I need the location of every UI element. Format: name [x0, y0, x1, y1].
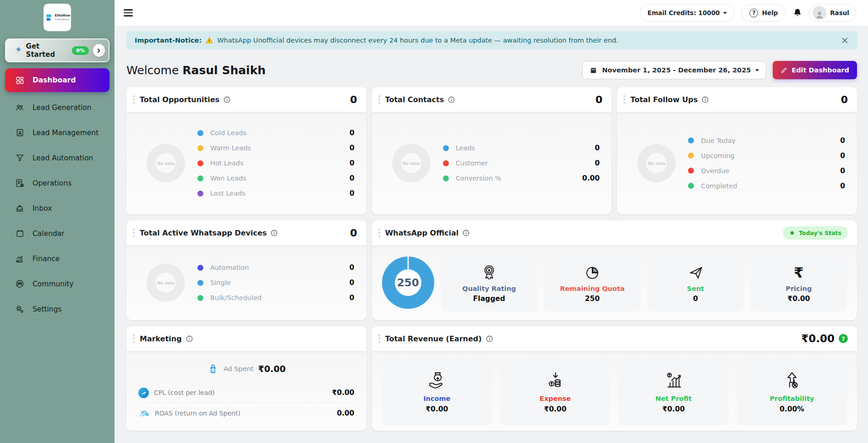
sidebar: Eliteflow Innovations Get Started 0% Das…: [0, 0, 115, 443]
brand-logo[interactable]: Eliteflow Innovations: [44, 4, 71, 31]
legend-item: Conversion %0.00: [443, 171, 600, 186]
sidebar-item-operations[interactable]: Operations: [5, 170, 109, 196]
no-data-label: No data: [156, 153, 176, 173]
drag-handle[interactable]: [133, 95, 135, 104]
stat-value: 250: [585, 295, 600, 303]
drag-handle[interactable]: [378, 229, 380, 237]
sidebar-item-settings[interactable]: Settings: [5, 296, 109, 322]
quota-value: 250: [395, 269, 421, 296]
legend-item: Due Today0: [688, 133, 845, 148]
clipboard-gear-icon: [15, 178, 25, 188]
legend-label: Single: [210, 279, 231, 286]
sidebar-item-label: Lead Automation: [33, 154, 93, 162]
legend-value: 0: [840, 137, 845, 145]
drag-handle[interactable]: [378, 95, 380, 104]
info-icon[interactable]: [486, 335, 493, 342]
sidebar-item-lead-generation[interactable]: Lead Generation: [5, 95, 109, 120]
stat-label: Pricing: [786, 285, 812, 292]
card-marketing: Marketing $ Ad Spent ₹0.00 CPL (cost per…: [126, 326, 366, 431]
drag-handle[interactable]: [133, 334, 135, 343]
legend-dot: [688, 153, 694, 159]
drag-handle[interactable]: [378, 334, 380, 343]
legend-item: Bulk/Scheduled0: [197, 290, 355, 306]
stat-pricing: ₹ Pricing ₹0.00: [751, 254, 847, 312]
info-icon[interactable]: [448, 96, 455, 103]
notice-message: WhatsApp Unofficial devices may disconne…: [217, 37, 618, 44]
edit-dashboard-button[interactable]: Edit Dashboard: [773, 61, 857, 79]
legend-value: 0: [840, 152, 845, 160]
legend-value: 0: [349, 279, 355, 287]
stat-value: Flagged: [473, 295, 505, 303]
tile-value: ₹0.00: [544, 405, 567, 413]
card-title: Total Follow Ups: [630, 95, 698, 104]
legend-value: 0: [349, 174, 355, 182]
svg-text:$: $: [212, 368, 214, 372]
legend-value: 0.00: [582, 174, 600, 182]
legend-item: Leads0: [443, 141, 600, 156]
legend-item: Completed0: [688, 178, 845, 193]
cpl-row: CPL (cost per lead) ₹0.00: [138, 382, 355, 403]
legend-label: Upcoming: [701, 152, 734, 159]
legend-value: 0: [595, 144, 600, 152]
legend-value: 0: [349, 189, 355, 197]
tile-label: Income: [423, 395, 450, 402]
card-title: Total Active Whatsapp Devices: [140, 229, 267, 237]
tile-label: Profitability: [770, 395, 814, 402]
ad-spent-label: Ad Spent: [224, 365, 254, 372]
legend-label: Bulk/Scheduled: [210, 294, 262, 301]
sidebar-item-lead-management[interactable]: Lead Management: [5, 120, 109, 145]
get-started-button[interactable]: Get Started 0%: [5, 38, 109, 62]
user-menu[interactable]: Rasul: [809, 4, 856, 22]
tile-net-profit: Net Profit ₹0.00: [618, 356, 728, 425]
legend-dot: [443, 145, 449, 151]
sidebar-item-label: Calendar: [33, 230, 65, 238]
help-button[interactable]: ? Help: [742, 4, 786, 22]
legend-item: Upcoming0: [688, 148, 845, 163]
notification-bell-icon[interactable]: [792, 7, 802, 18]
ad-spent-row: $ Ad Spent ₹0.00: [138, 355, 355, 382]
status-dot-icon: [789, 230, 795, 236]
sidebar-item-lead-automation[interactable]: Lead Automation: [5, 145, 109, 170]
card-total-revenue: Total Revenue (Earned) ₹0.00 ? Income ₹0…: [372, 326, 857, 431]
quota-donut-chart: 250: [382, 257, 434, 309]
legend-dot: [197, 295, 203, 301]
user-name: Rasul: [830, 9, 849, 16]
info-icon[interactable]: [463, 230, 469, 236]
legend-item: Automation0: [197, 260, 355, 275]
info-icon[interactable]: [224, 96, 230, 103]
pie-chart-icon: [583, 263, 601, 283]
roas-label: ROAS (return on Ad Spent): [155, 410, 240, 417]
sidebar-item-finance[interactable]: Finance: [5, 246, 109, 271]
email-credits-dropdown[interactable]: Email Credits: 10000: [640, 4, 735, 22]
legend-item: Won Leads0: [197, 171, 355, 186]
audience-target-icon: [138, 408, 150, 419]
info-icon[interactable]: [702, 96, 709, 103]
sidebar-item-community[interactable]: Community: [5, 271, 109, 296]
drag-handle[interactable]: [133, 229, 135, 237]
rupee-icon: ₹: [794, 263, 804, 283]
close-icon[interactable]: ×: [841, 36, 849, 45]
info-icon[interactable]: [186, 335, 193, 342]
legend-dot: [197, 265, 203, 271]
sidebar-item-calendar[interactable]: Calendar: [5, 221, 109, 246]
card-total-value: 0: [350, 227, 357, 239]
date-range-picker[interactable]: November 1, 2025 - December 26, 2025: [582, 61, 766, 79]
tile-value: ₹0.00: [426, 405, 448, 413]
sidebar-item-inbox[interactable]: Inbox: [5, 196, 109, 221]
card-title: Marketing: [140, 334, 182, 343]
help-circle-icon[interactable]: ?: [839, 334, 848, 343]
roas-value: 0.00: [337, 409, 354, 417]
info-icon[interactable]: [271, 230, 278, 236]
chevron-right-icon[interactable]: [93, 44, 105, 57]
hamburger-menu-icon[interactable]: [124, 9, 133, 16]
drag-handle[interactable]: [623, 95, 625, 104]
no-data-label: No data: [401, 153, 421, 173]
welcome-user-name: Rasul Shaikh: [182, 64, 266, 77]
sidebar-item-dashboard[interactable]: Dashboard: [5, 68, 109, 92]
warning-icon: [205, 36, 213, 44]
clipboard-person-icon: [15, 128, 25, 137]
net-profit-icon: [663, 368, 684, 392]
stat-sent: Sent 0: [647, 254, 743, 312]
sidebar-item-label: Settings: [33, 305, 62, 313]
question-mark-icon: ?: [749, 9, 758, 17]
